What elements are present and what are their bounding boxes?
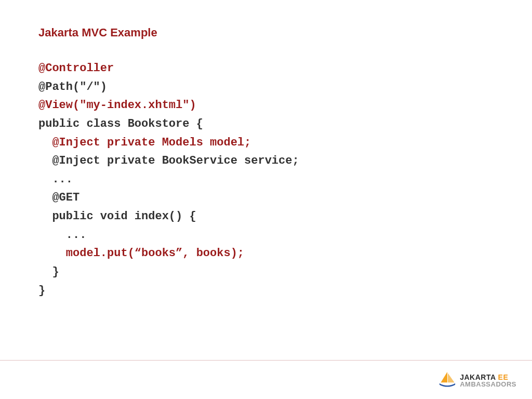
code-line: model.put(“books”, books); [38, 247, 244, 260]
footer-divider [0, 360, 532, 361]
logo-text: JAKARTA EE AMBASSADORS [460, 374, 516, 388]
slide: Jakarta MVC Example @Controller @Path("/… [0, 0, 532, 399]
code-line: } [38, 265, 59, 278]
logo-text-ee: EE [498, 374, 509, 381]
code-line: @Controller [38, 62, 114, 75]
code-line: @Inject private Models model; [38, 136, 251, 149]
code-line: } [38, 284, 45, 297]
code-line: @GET [38, 191, 79, 204]
code-line: @Inject private BookService service; [38, 154, 299, 167]
code-line: ... [38, 173, 73, 186]
logo-text-ambassadors: AMBASSADORS [460, 381, 516, 388]
slide-title: Jakarta MVC Example [38, 26, 494, 39]
code-line: @Path("/") [38, 81, 107, 94]
sailboat-icon [438, 371, 457, 390]
code-line: @View("my-index.xhtml") [38, 99, 196, 112]
code-line: public class Bookstore { [38, 117, 203, 130]
jakarta-ee-ambassadors-logo: JAKARTA EE AMBASSADORS [438, 371, 516, 390]
logo-text-jakarta: JAKARTA [460, 374, 496, 381]
code-block: @Controller @Path("/") @View("my-index.x… [38, 59, 494, 300]
code-line: public void index() { [38, 210, 196, 223]
code-line: ... [38, 229, 86, 242]
